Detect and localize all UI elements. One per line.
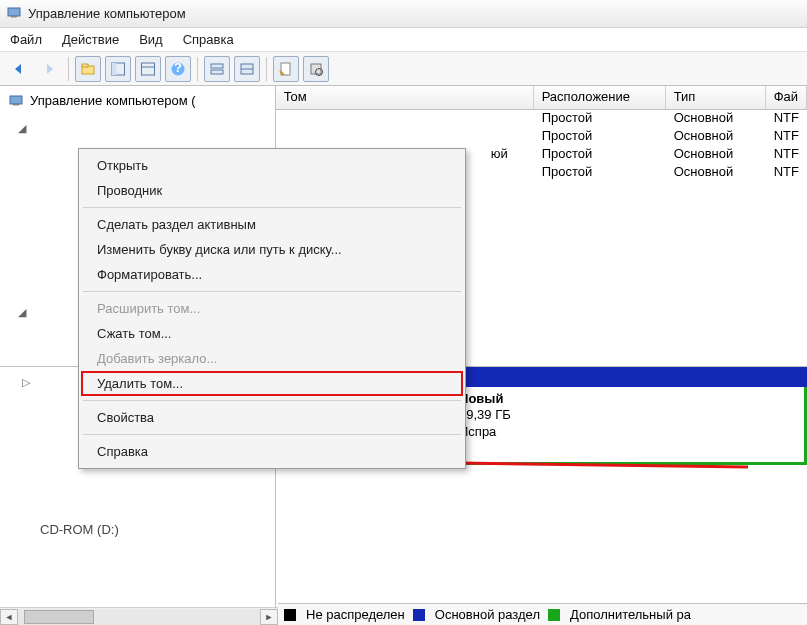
ctx-explorer[interactable]: Проводник — [81, 178, 463, 203]
props-button[interactable] — [273, 56, 299, 82]
ctx-make-active[interactable]: Сделать раздел активным — [81, 212, 463, 237]
view1-button[interactable] — [204, 56, 230, 82]
tree-expander[interactable]: ◢ — [18, 122, 26, 135]
tree-expander[interactable]: ◢ — [18, 306, 26, 319]
tree-root[interactable]: Управление компьютером ( — [0, 86, 275, 114]
ctx-separator — [83, 207, 461, 208]
svg-rect-17 — [10, 96, 22, 104]
ctx-change-letter[interactable]: Изменить букву диска или путь к диску... — [81, 237, 463, 262]
ctx-extend: Расширить том... — [81, 296, 463, 321]
scroll-right-button[interactable]: ► — [260, 609, 278, 625]
separator — [68, 57, 69, 81]
menu-file[interactable]: Файл — [10, 32, 42, 47]
toolbar: ? — [0, 52, 807, 86]
ctx-help[interactable]: Справка — [81, 439, 463, 464]
table-row[interactable]: ПростойОсновнойNTF — [276, 110, 807, 128]
panel-button[interactable] — [105, 56, 131, 82]
table-row[interactable]: ПростойОсновнойNTF — [276, 128, 807, 146]
detail-button[interactable] — [135, 56, 161, 82]
context-menu: Открыть Проводник Сделать раздел активны… — [78, 148, 466, 469]
svg-rect-10 — [211, 64, 223, 68]
col-fs[interactable]: Фай — [766, 86, 807, 109]
ctx-open[interactable]: Открыть — [81, 153, 463, 178]
back-button[interactable] — [6, 56, 32, 82]
cd-rom-row[interactable]: CD-ROM (D:) — [40, 522, 119, 537]
titlebar: Управление компьютером — [0, 0, 807, 28]
col-type[interactable]: Тип — [666, 86, 766, 109]
menu-action[interactable]: Действие — [62, 32, 119, 47]
app-icon — [6, 4, 22, 23]
swatch-extra — [548, 609, 560, 621]
swatch-primary — [413, 609, 425, 621]
col-layout[interactable]: Расположение — [534, 86, 666, 109]
separator — [197, 57, 198, 81]
menu-view[interactable]: Вид — [139, 32, 163, 47]
svg-rect-6 — [142, 63, 155, 75]
view2-button[interactable] — [234, 56, 260, 82]
menubar: Файл Действие Вид Справка — [0, 28, 807, 52]
tree-root-label: Управление компьютером ( — [30, 93, 196, 108]
up-button[interactable] — [75, 56, 101, 82]
svg-rect-11 — [211, 70, 223, 74]
window-title: Управление компьютером — [28, 6, 186, 21]
tree-hscrollbar[interactable]: ◄ ► — [0, 607, 278, 625]
ctx-separator — [83, 400, 461, 401]
scroll-track[interactable] — [18, 609, 260, 625]
swatch-unallocated — [284, 609, 296, 621]
scroll-left-button[interactable]: ◄ — [0, 609, 18, 625]
ctx-separator — [83, 434, 461, 435]
svg-rect-18 — [13, 104, 19, 106]
ctx-format[interactable]: Форматировать... — [81, 262, 463, 287]
refresh-button[interactable] — [303, 56, 329, 82]
help-button[interactable]: ? — [165, 56, 191, 82]
legend: Не распределен Основной раздел Дополните… — [278, 603, 807, 625]
svg-text:?: ? — [174, 61, 182, 75]
row-tail: юй — [491, 146, 508, 161]
ctx-mirror: Добавить зеркало... — [81, 346, 463, 371]
svg-rect-5 — [112, 63, 117, 75]
menu-help[interactable]: Справка — [183, 32, 234, 47]
svg-rect-0 — [8, 8, 20, 16]
col-volume[interactable]: Том — [276, 86, 534, 109]
forward-button[interactable] — [36, 56, 62, 82]
ctx-properties[interactable]: Свойства — [81, 405, 463, 430]
partition-new-selected[interactable]: Новый 59,39 ГБ Испра — [450, 387, 807, 465]
volume-table-header: Том Расположение Тип Фай — [276, 86, 807, 110]
ctx-separator — [83, 291, 461, 292]
svg-rect-3 — [82, 64, 88, 67]
separator — [266, 57, 267, 81]
scroll-thumb[interactable] — [24, 610, 94, 624]
ctx-shrink[interactable]: Сжать том... — [81, 321, 463, 346]
ctx-delete-volume[interactable]: Удалить том... — [81, 371, 463, 396]
svg-rect-1 — [11, 16, 17, 18]
